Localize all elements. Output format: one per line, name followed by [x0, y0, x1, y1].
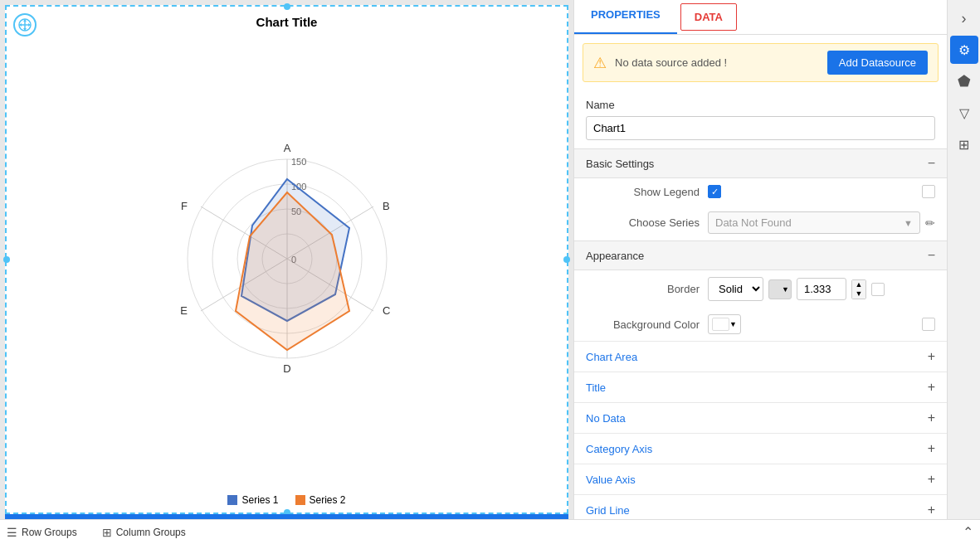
chart-area: Chart Title	[0, 0, 573, 519]
sidebar-database-button[interactable]: ⬟	[950, 67, 978, 95]
datasource-warning: ⚠ No data source added ! Add Datasource	[583, 43, 939, 82]
warning-icon: ⚠	[593, 54, 607, 72]
legend-color-series1	[227, 495, 237, 505]
sidebar-settings-button[interactable]: ⚙	[950, 36, 978, 64]
appearance-header: Appearance −	[574, 240, 947, 270]
border-row: Border Solid ▼ ▲ ▼	[574, 270, 947, 308]
category-axis-title: Category Axis	[586, 443, 652, 455]
border-checkbox[interactable]	[871, 283, 885, 296]
border-width-spinner: ▲ ▼	[851, 279, 866, 299]
border-label: Border	[586, 283, 700, 295]
move-handle[interactable]	[13, 13, 37, 36]
sidebar-icons: › ⚙ ⬟ ▽ ⊞	[947, 0, 980, 519]
svg-text:D: D	[283, 362, 290, 375]
grid-line-header[interactable]: Grid Line +	[574, 495, 947, 519]
background-color-swatch[interactable]: ▼	[708, 314, 741, 334]
row-groups-icon: ☰	[7, 526, 17, 539]
background-color-control: ▼	[708, 314, 935, 334]
name-input[interactable]	[586, 116, 935, 140]
sidebar-layers-button[interactable]: ⊞	[950, 130, 978, 158]
footer-band: Footer	[5, 514, 568, 519]
basic-settings-title: Basic Settings	[586, 158, 654, 170]
choose-series-row: Choose Series Data Not Found ▼ ✏	[574, 205, 947, 240]
choose-series-value: Data Not Found	[715, 216, 792, 229]
category-axis-expand-icon: +	[928, 441, 935, 456]
show-legend-control: ✓	[708, 185, 935, 198]
name-section: Name	[574, 90, 947, 148]
chart-area-expand-icon: +	[928, 349, 935, 364]
sidebar-filter-button[interactable]: ▽	[950, 99, 978, 127]
right-panel: PROPERTIES DATA ⚠ No data source added !…	[573, 0, 980, 519]
background-color-row: Background Color ▼	[574, 308, 947, 341]
no-data-title: No Data	[586, 412, 626, 425]
border-color-swatch[interactable]: ▼	[768, 279, 792, 299]
radar-chart: A B C D E F 150 100 50 0	[7, 29, 567, 488]
basic-settings-toggle[interactable]: −	[928, 156, 935, 171]
title-title: Title	[586, 381, 606, 394]
show-legend-label: Show Legend	[586, 186, 700, 198]
no-data-header[interactable]: No Data +	[574, 403, 947, 433]
show-legend-checkbox[interactable]: ✓	[708, 185, 721, 198]
appearance-title: Appearance	[586, 250, 644, 262]
database-icon: ⬟	[958, 72, 971, 90]
svg-text:E: E	[180, 304, 188, 317]
sidebar-collapse-button[interactable]: ›	[950, 4, 978, 32]
svg-text:B: B	[383, 200, 390, 212]
row-groups-item[interactable]: ☰ Row Groups	[7, 526, 77, 539]
spin-down-button[interactable]: ▼	[852, 289, 865, 299]
appearance-toggle[interactable]: −	[928, 248, 935, 263]
resize-handle-top[interactable]	[284, 3, 290, 10]
chart-title: Chart Title	[7, 7, 567, 29]
radar-svg: A B C D E F 150 100 50 0	[113, 101, 461, 416]
choose-series-select[interactable]: Data Not Found ▼	[708, 211, 920, 234]
value-axis-title: Value Axis	[586, 474, 636, 486]
column-groups-item[interactable]: ⊞ Column Groups	[102, 526, 186, 539]
legend-label-series1: Series 1	[241, 494, 278, 506]
name-label: Name	[586, 99, 935, 111]
no-data-section: No Data +	[574, 402, 947, 433]
background-color-label: Background Color	[586, 318, 700, 331]
border-style-select[interactable]: Solid	[708, 277, 763, 301]
bottom-right: ⌃	[963, 524, 973, 540]
border-width-input[interactable]	[797, 278, 846, 300]
value-axis-section: Value Axis +	[574, 464, 947, 494]
title-section: Title +	[574, 372, 947, 402]
grid-line-expand-icon: +	[928, 503, 935, 517]
value-axis-expand-icon: +	[928, 472, 935, 487]
tab-properties[interactable]: PROPERTIES	[574, 0, 677, 34]
choose-series-control: Data Not Found ▼ ✏	[708, 211, 935, 234]
legend-label-series2: Series 2	[310, 494, 346, 506]
title-header[interactable]: Title +	[574, 372, 947, 402]
row-groups-label: Row Groups	[22, 527, 77, 538]
no-data-expand-icon: +	[928, 410, 935, 425]
chart-area-header[interactable]: Chart Area +	[574, 342, 947, 372]
show-legend-extra-checkbox[interactable]	[922, 185, 935, 198]
legend-item-series2: Series 2	[295, 494, 346, 506]
grid-line-title: Grid Line	[586, 504, 630, 517]
panel-tabs: PROPERTIES DATA	[574, 0, 947, 35]
properties-panel: PROPERTIES DATA ⚠ No data source added !…	[573, 0, 947, 519]
column-groups-icon: ⊞	[102, 526, 112, 539]
background-color-checkbox[interactable]	[922, 318, 935, 331]
spin-up-button[interactable]: ▲	[852, 280, 865, 289]
add-datasource-button[interactable]: Add Datasource	[827, 51, 928, 75]
show-legend-row: Show Legend ✓	[574, 178, 947, 205]
value-axis-header[interactable]: Value Axis +	[574, 464, 947, 494]
category-axis-section: Category Axis +	[574, 433, 947, 464]
chart-area-title: Chart Area	[586, 351, 637, 363]
basic-settings-header: Basic Settings −	[574, 148, 947, 178]
chart-area-section: Chart Area +	[574, 341, 947, 372]
category-axis-header[interactable]: Category Axis +	[574, 434, 947, 464]
title-expand-icon: +	[928, 380, 935, 395]
bottom-bar: ☰ Row Groups ⊞ Column Groups ⌃	[0, 519, 980, 544]
gear-icon: ⚙	[958, 42, 970, 58]
svg-text:150: 150	[291, 157, 306, 167]
edit-series-icon[interactable]: ✏	[925, 216, 935, 230]
legend-item-series1: Series 1	[227, 494, 278, 506]
expand-icon[interactable]: ⌃	[963, 524, 973, 540]
legend-color-series2	[295, 495, 305, 505]
chevron-down-icon: ▼	[904, 218, 913, 228]
svg-text:F: F	[181, 200, 188, 212]
tab-data[interactable]: DATA	[680, 3, 737, 31]
filter-icon: ▽	[959, 105, 969, 121]
